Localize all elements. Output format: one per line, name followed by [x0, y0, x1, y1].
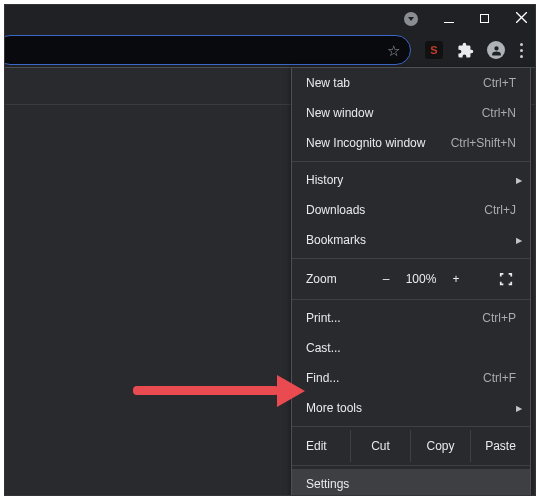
- menu-item-label: Cast...: [306, 341, 516, 355]
- menu-item-downloads[interactable]: Downloads Ctrl+J: [292, 195, 530, 225]
- menu-separator: [292, 426, 530, 427]
- menu-item-label: New Incognito window: [306, 136, 443, 150]
- zoom-value: 100%: [400, 272, 442, 286]
- menu-item-shortcut: Ctrl+Shift+N: [451, 136, 516, 150]
- zoom-in-button[interactable]: +: [442, 272, 470, 286]
- menu-separator: [292, 258, 530, 259]
- menu-item-label: More tools: [306, 401, 516, 415]
- window-minimize-button[interactable]: [444, 12, 454, 27]
- address-bar[interactable]: ☆: [4, 35, 411, 65]
- menu-item-new-window[interactable]: New window Ctrl+N: [292, 98, 530, 128]
- menu-item-label: Downloads: [306, 203, 476, 217]
- identity-dropdown-icon[interactable]: [404, 12, 418, 26]
- menu-item-label: Print...: [306, 311, 474, 325]
- menu-item-new-tab[interactable]: New tab Ctrl+T: [292, 68, 530, 98]
- edit-paste-button[interactable]: Paste: [470, 430, 530, 462]
- chrome-main-menu: New tab Ctrl+T New window Ctrl+N New Inc…: [291, 67, 531, 496]
- chrome-menu-button[interactable]: [518, 41, 525, 60]
- browser-toolbar: ☆ S: [5, 33, 535, 67]
- edit-copy-button[interactable]: Copy: [410, 430, 470, 462]
- menu-item-label: New tab: [306, 76, 475, 90]
- menu-separator: [292, 299, 530, 300]
- menu-item-cast[interactable]: Cast...: [292, 333, 530, 363]
- menu-item-label: Settings: [306, 477, 516, 491]
- menu-item-label: History: [306, 173, 516, 187]
- window-maximize-button[interactable]: [480, 12, 490, 26]
- submenu-arrow-icon: ▶: [516, 404, 522, 413]
- zoom-out-button[interactable]: –: [372, 272, 400, 286]
- edit-cut-button[interactable]: Cut: [350, 430, 410, 462]
- toolbar-icons: S: [413, 41, 535, 60]
- menu-item-zoom: Zoom – 100% +: [292, 262, 530, 296]
- menu-item-edit-row: Edit Cut Copy Paste: [292, 430, 530, 462]
- menu-item-shortcut: Ctrl+J: [484, 203, 516, 217]
- browser-window: ☆ S New tab Ctrl+T New window Ctrl+N New…: [4, 4, 536, 496]
- menu-item-label: New window: [306, 106, 474, 120]
- window-close-button[interactable]: [516, 12, 527, 26]
- menu-item-bookmarks[interactable]: Bookmarks ▶: [292, 225, 530, 255]
- fullscreen-button[interactable]: [490, 272, 522, 286]
- menu-item-history[interactable]: History ▶: [292, 165, 530, 195]
- submenu-arrow-icon: ▶: [516, 176, 522, 185]
- profile-avatar-icon[interactable]: [487, 41, 505, 59]
- menu-item-settings[interactable]: Settings: [292, 469, 530, 496]
- menu-separator: [292, 161, 530, 162]
- menu-item-shortcut: Ctrl+F: [483, 371, 516, 385]
- bookmark-star-icon[interactable]: ☆: [387, 42, 400, 60]
- menu-item-print[interactable]: Print... Ctrl+P: [292, 303, 530, 333]
- menu-item-label: Find...: [306, 371, 475, 385]
- extension-badge-icon[interactable]: S: [425, 41, 443, 59]
- submenu-arrow-icon: ▶: [516, 236, 522, 245]
- extensions-icon[interactable]: [456, 41, 474, 59]
- menu-item-new-incognito[interactable]: New Incognito window Ctrl+Shift+N: [292, 128, 530, 158]
- menu-item-shortcut: Ctrl+P: [482, 311, 516, 325]
- menu-item-shortcut: Ctrl+N: [482, 106, 516, 120]
- menu-item-find[interactable]: Find... Ctrl+F: [292, 363, 530, 393]
- window-titlebar: [5, 5, 535, 33]
- menu-item-more-tools[interactable]: More tools ▶: [292, 393, 530, 423]
- menu-item-shortcut: Ctrl+T: [483, 76, 516, 90]
- menu-item-label: Bookmarks: [306, 233, 516, 247]
- zoom-label: Zoom: [306, 272, 372, 286]
- menu-separator: [292, 465, 530, 466]
- edit-label: Edit: [292, 439, 350, 453]
